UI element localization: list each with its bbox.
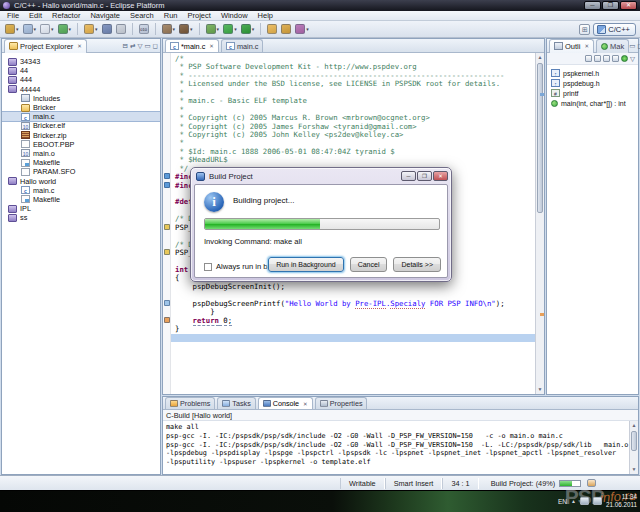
menu-search[interactable]: Search (125, 11, 159, 20)
tab-make-targets[interactable]: Mak (596, 39, 629, 53)
new-c-file-icon[interactable]: ▾ (40, 24, 54, 34)
open-element-icon[interactable]: ▾ (58, 24, 72, 34)
run-in-background-button[interactable]: Run in Background (268, 257, 344, 272)
tab-properties[interactable]: Properties (315, 397, 368, 409)
outline-item-pspdebug-h[interactable]: pspdebug.h (547, 78, 638, 88)
tree-item-eboot-pbp[interactable]: EBOOT.PBP (2, 140, 160, 149)
sort-icon[interactable] (585, 55, 592, 62)
maximize-icon[interactable]: ❐ (602, 1, 619, 10)
scrollbar-thumb[interactable] (537, 63, 543, 213)
tree-item-param-sfo[interactable]: PARAM.SFO (2, 167, 160, 176)
console-output[interactable]: make allpsp-gcc -I. -IC:/pspsdk/psp/sdk/… (163, 421, 629, 474)
mark-occurrences-icon[interactable]: ▾ (295, 24, 309, 34)
hide-fields-icon[interactable] (594, 55, 601, 62)
maximize-view-icon[interactable]: ◻ (153, 40, 158, 52)
debug-icon[interactable]: ▾ (206, 24, 220, 34)
outline-item-printf[interactable]: printf (547, 88, 638, 98)
new-c-project-icon[interactable]: ▾ (23, 24, 37, 34)
run-icon[interactable]: ▾ (223, 24, 237, 34)
outline-item-pspkernel-h[interactable]: pspkernel.h (547, 68, 638, 78)
show-hidden-icons[interactable]: ▲ (571, 498, 576, 504)
dropdown-caret-icon[interactable]: ▾ (190, 26, 193, 32)
open-type-icon[interactable] (267, 24, 277, 34)
dropdown-caret-icon[interactable]: ▾ (252, 26, 255, 32)
tree-item-makefile[interactable]: Makefile (2, 195, 160, 204)
close-tab-icon[interactable]: ✕ (303, 401, 308, 407)
close-tab-icon[interactable]: ✕ (209, 43, 214, 49)
dropdown-caret-icon[interactable]: ▾ (34, 26, 37, 32)
save-icon[interactable] (102, 24, 112, 34)
close-icon[interactable]: ✕ (620, 1, 637, 10)
network-icon[interactable] (580, 497, 589, 505)
tree-item-bricker[interactable]: Bricker (2, 103, 160, 112)
hide-non-public-icon[interactable] (612, 55, 619, 62)
new-window-icon[interactable]: ▾ (84, 24, 98, 34)
tab-tasks[interactable]: Tasks (217, 397, 255, 409)
dropdown-caret-icon[interactable]: ▾ (306, 26, 309, 32)
editor-scrollbar[interactable]: ▲ ▼ (535, 53, 544, 394)
dropdown-caret-icon[interactable]: ▾ (95, 26, 98, 32)
dialog-title-bar[interactable]: Build Project ─ ❐ ✕ (191, 168, 451, 183)
tree-item-bricker-elf[interactable]: Bricker.elf (2, 121, 160, 130)
tree-item-ss[interactable]: ss (2, 213, 160, 222)
scroll-down-icon[interactable]: ▼ (536, 385, 544, 394)
tree-item-main-o[interactable]: main.o (2, 149, 160, 158)
menu-run[interactable]: Run (159, 11, 183, 20)
tree-item-34343[interactable]: 34343 (2, 57, 160, 66)
menu-project[interactable]: Project (183, 11, 216, 20)
outline-item-main-int-char-int[interactable]: main(int, char*[]) : int (547, 98, 638, 108)
clock[interactable]: 11:34 21.06.2011 (606, 493, 637, 509)
always-run-background-checkbox[interactable] (204, 263, 212, 271)
tree-item-44444[interactable]: 44444 (2, 85, 160, 94)
link-with-editor-icon[interactable]: ⇄ (130, 40, 135, 52)
editor-tab-main-c[interactable]: main.c (221, 39, 264, 52)
dropdown-caret-icon[interactable]: ▾ (16, 26, 19, 32)
scroll-down-icon[interactable]: ▼ (630, 465, 638, 474)
close-tab-icon[interactable]: ✕ (77, 43, 82, 49)
cancel-button[interactable]: Cancel (350, 257, 388, 272)
details-button[interactable]: Details >> (393, 257, 441, 272)
collapse-all-icon[interactable]: ⊟ (123, 40, 128, 52)
scroll-up-icon[interactable]: ▲ (630, 421, 638, 430)
tab-outline[interactable]: Outli ✕ (549, 39, 594, 53)
tree-item-44[interactable]: 44 (2, 66, 160, 75)
minimize-icon[interactable]: ─ (584, 1, 601, 10)
view-menu-icon[interactable]: ▽ (137, 40, 142, 52)
menu-navigate[interactable]: Navigate (85, 11, 125, 20)
tree-item-makefile[interactable]: Makefile (2, 158, 160, 167)
tree-item-hallo-world[interactable]: Hallo world (2, 176, 160, 185)
hide-static-icon[interactable] (603, 55, 610, 62)
editor-tab-main-c[interactable]: *main.c✕ (165, 39, 219, 52)
tree-item-bricker-zip[interactable]: Bricker.zip (2, 131, 160, 140)
minimize-view-icon[interactable]: ▭ (144, 40, 150, 52)
print-icon[interactable] (116, 24, 126, 34)
dropdown-caret-icon[interactable]: ▾ (51, 26, 54, 32)
volume-icon[interactable] (593, 497, 602, 505)
dropdown-caret-icon[interactable]: ▾ (234, 26, 237, 32)
tree-item-includes[interactable]: Includes (2, 94, 160, 103)
tree-item-ipl[interactable]: IPL (2, 204, 160, 213)
minimize-view-icon[interactable]: ▭ (629, 40, 635, 52)
menu-help[interactable]: Help (253, 11, 278, 20)
menu-window[interactable]: Window (216, 11, 253, 20)
dropdown-caret-icon[interactable]: ▾ (69, 26, 72, 32)
language-indicator[interactable]: EN (558, 498, 567, 505)
build-all-icon[interactable]: ▾ (179, 24, 193, 34)
tab-console[interactable]: Console✕ (258, 397, 313, 409)
dialog-maximize-icon[interactable]: ❐ (417, 171, 432, 181)
scrollbar-thumb[interactable] (631, 431, 637, 451)
tab-problems[interactable]: Problems (165, 397, 215, 409)
menu-file[interactable]: File (2, 11, 24, 20)
close-tab-icon[interactable]: ✕ (584, 43, 589, 49)
dropdown-caret-icon[interactable]: ▾ (217, 26, 220, 32)
external-tools-icon[interactable]: ▾ (241, 24, 255, 34)
binary-build-icon[interactable]: 010 (139, 24, 149, 34)
dialog-close-icon[interactable]: ✕ (433, 171, 448, 181)
dialog-minimize-icon[interactable]: ─ (401, 171, 416, 181)
scroll-up-icon[interactable]: ▲ (536, 53, 544, 62)
build-icon[interactable]: ▾ (162, 24, 176, 34)
tree-item-main-c[interactable]: main.c (2, 186, 160, 195)
dropdown-caret-icon[interactable]: ▾ (173, 26, 176, 32)
open-perspective-icon[interactable]: ⊞ (579, 24, 590, 35)
console-scrollbar[interactable]: ▲ ▼ (629, 421, 638, 474)
